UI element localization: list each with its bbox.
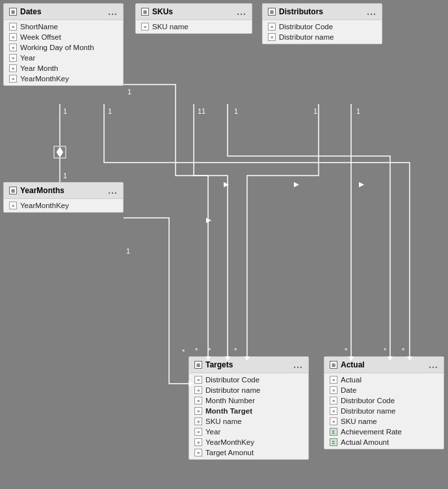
yearmonths-table-title: YearMonths — [20, 186, 64, 195]
field-label: Distributor Code — [341, 397, 395, 404]
field-label: Working Day of Month — [20, 44, 94, 51]
field-label: YearMonthKey — [20, 202, 69, 209]
field-label: Year Month — [20, 64, 58, 72]
svg-text:1: 1 — [198, 107, 202, 115]
svg-rect-1 — [54, 146, 66, 158]
list-item: ≡ Distributor name — [324, 406, 443, 416]
field-label: Actual Amount — [341, 438, 389, 446]
list-item: ≡ Year — [4, 53, 123, 63]
distributors-table-header: ⊞ Distributors ... — [263, 4, 382, 20]
svg-text:*: * — [208, 347, 211, 354]
skus-table-body: ≡ SKU name — [136, 20, 252, 33]
field-icon: ≡ — [330, 417, 337, 425]
field-icon-sigma: Σ — [330, 438, 337, 446]
list-item: ≡ YearMonthKey — [4, 73, 123, 84]
svg-text:*: * — [195, 347, 198, 354]
svg-marker-29 — [359, 182, 364, 187]
svg-text:1: 1 — [126, 247, 130, 255]
field-label: Date — [341, 386, 356, 394]
list-item: Σ Actual Amount — [324, 437, 443, 447]
svg-marker-27 — [224, 182, 229, 187]
field-label: Distributor name — [341, 407, 395, 415]
field-label: Year — [205, 428, 220, 436]
field-icon: ≡ — [330, 397, 337, 404]
list-item: ≡ Working Day of Month — [4, 42, 123, 53]
skus-table-menu[interactable]: ... — [237, 7, 246, 17]
field-icon: ≡ — [9, 44, 17, 51]
list-item: ≡ Distributor name — [263, 32, 382, 42]
field-icon: ≡ — [194, 407, 202, 415]
svg-text:*: * — [234, 347, 237, 354]
svg-text:1: 1 — [313, 107, 317, 115]
field-label: Month Number — [205, 397, 255, 404]
dates-table: ⊞ Dates ... ≡ ShortName ≡ Week Offset ≡ … — [3, 3, 124, 86]
field-icon: ≡ — [330, 407, 337, 415]
field-label: YearMonthKey — [205, 438, 254, 446]
targets-table: ⊞ Targets ... ≡ Distributor Code ≡ Distr… — [189, 356, 309, 460]
field-icon: ≡ — [194, 376, 202, 384]
field-label: Week Offset — [20, 33, 61, 41]
svg-marker-2 — [57, 147, 63, 157]
field-label: SKU name — [341, 417, 377, 425]
field-icon-sigma: Σ — [330, 428, 337, 436]
list-item: ≡ Year Month — [4, 63, 123, 73]
list-item: ≡ YearMonthKey — [189, 437, 308, 447]
actual-table-menu[interactable]: ... — [428, 360, 438, 370]
svg-text:*: * — [182, 348, 185, 356]
list-item: ≡ SKU name — [189, 416, 308, 427]
actual-table-title: Actual — [341, 360, 365, 369]
list-item: ≡ Week Offset — [4, 32, 123, 42]
field-icon: ≡ — [9, 54, 17, 62]
field-label: Target Amonut — [205, 449, 254, 456]
yearmonths-table-icon: ⊞ — [9, 187, 17, 194]
field-label: Year — [20, 54, 35, 62]
distributors-table-menu[interactable]: ... — [367, 7, 376, 17]
field-label: Distributor name — [279, 33, 334, 41]
field-label: SKU name — [152, 23, 189, 31]
actual-table-icon: ⊞ — [330, 361, 337, 369]
list-item: ≡ Target Amonut — [189, 447, 308, 458]
list-item: ≡ SKU name — [136, 21, 252, 32]
field-icon: ≡ — [194, 449, 202, 456]
targets-table-header: ⊞ Targets ... — [189, 357, 308, 373]
field-icon: ≡ — [9, 75, 17, 83]
list-item: ≡ Distributor Code — [189, 375, 308, 385]
list-item: ≡ Year — [189, 427, 308, 437]
field-label: YearMonthKey — [20, 75, 69, 83]
targets-table-menu[interactable]: ... — [293, 360, 303, 370]
field-label: Distributor name — [205, 386, 260, 394]
dates-table-menu[interactable]: ... — [108, 7, 118, 17]
dates-table-body: ≡ ShortName ≡ Week Offset ≡ Working Day … — [4, 20, 123, 85]
list-item: ≡ Month Target — [189, 406, 308, 416]
svg-text:1: 1 — [202, 107, 205, 115]
list-item: ≡ SKU name — [324, 416, 443, 427]
field-label: Distributor Code — [205, 376, 259, 384]
svg-text:1: 1 — [234, 107, 238, 115]
dates-table-header: ⊞ Dates ... — [4, 4, 123, 20]
svg-text:1: 1 — [63, 107, 67, 115]
targets-table-body: ≡ Distributor Code ≡ Distributor name ≡ … — [189, 373, 308, 459]
list-item: ≡ YearMonthKey — [4, 200, 123, 211]
yearmonths-table-menu[interactable]: ... — [108, 185, 118, 196]
distributors-table: ⊞ Distributors ... ≡ Distributor Code ≡ … — [262, 3, 382, 44]
field-icon: ≡ — [9, 64, 17, 72]
list-item: ≡ ShortName — [4, 21, 123, 32]
list-item: ≡ Month Number — [189, 395, 308, 406]
svg-text:*: * — [402, 347, 405, 354]
field-label: Distributor Code — [279, 23, 333, 31]
field-icon: ≡ — [141, 23, 149, 31]
svg-text:*: * — [345, 347, 348, 354]
list-item: ≡ Distributor Code — [263, 21, 382, 32]
targets-table-title: Targets — [205, 360, 233, 369]
actual-table: ⊞ Actual ... ≡ Actual ≡ Date ≡ Distribut… — [324, 356, 444, 449]
yearmonths-table-body: ≡ YearMonthKey — [4, 199, 123, 212]
yearmonths-table-header: ⊞ YearMonths ... — [4, 183, 123, 199]
list-item: ≡ Distributor name — [189, 385, 308, 395]
dates-table-title: Dates — [20, 7, 42, 16]
actual-table-body: ≡ Actual ≡ Date ≡ Distributor Code ≡ Dis… — [324, 373, 443, 449]
field-icon: ≡ — [194, 438, 202, 446]
actual-table-header: ⊞ Actual ... — [324, 357, 443, 373]
field-icon: ≡ — [268, 23, 276, 31]
distributors-table-title: Distributors — [279, 7, 323, 16]
list-item: ≡ Date — [324, 385, 443, 395]
